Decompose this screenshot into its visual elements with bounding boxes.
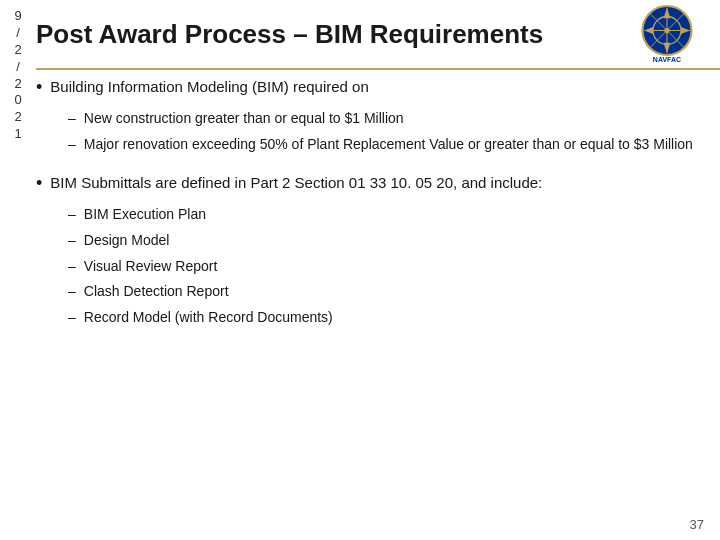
sub-bullet-2-3: – Visual Review Report [68, 256, 710, 278]
svg-text:NAVFAC: NAVFAC [653, 56, 681, 63]
bullet-1-dot: • [36, 74, 42, 102]
bullet-2-dot: • [36, 170, 42, 198]
bullet-2-header: • BIM Submittals are defined in Part 2 S… [36, 171, 710, 198]
sub-bullet-1-2: – Major renovation exceeding 50% of Plan… [68, 134, 710, 156]
bullet-1-text: Building Information Modeling (BIM) requ… [50, 75, 369, 98]
sub-dash-1-2: – [68, 134, 76, 156]
slide-title: Post Award Process – BIM Requirements [36, 19, 622, 50]
bullet-2-text: BIM Submittals are defined in Part 2 Sec… [50, 171, 542, 194]
page-number: 37 [690, 517, 704, 532]
sub-text-2-1: BIM Execution Plan [84, 204, 206, 226]
sub-text-1-1: New construction greater than or equal t… [84, 108, 404, 130]
sub-text-2-3: Visual Review Report [84, 256, 218, 278]
slide-header: Post Award Process – BIM Requirements [36, 0, 720, 70]
slide-number: 9 / 2 / 2 0 2 1 [0, 0, 36, 540]
sub-bullet-2-1: – BIM Execution Plan [68, 204, 710, 226]
bullet-1-header: • Building Information Modeling (BIM) re… [36, 75, 710, 102]
slide-content: • Building Information Modeling (BIM) re… [36, 75, 710, 510]
navfac-logo: NAVFAC [622, 2, 712, 67]
sub-dash-1-1: – [68, 108, 76, 130]
sub-bullet-1-1: – New construction greater than or equal… [68, 108, 710, 130]
sub-text-2-5: Record Model (with Record Documents) [84, 307, 333, 329]
svg-point-11 [664, 28, 669, 33]
sub-dash-2-3: – [68, 256, 76, 278]
sub-bullet-2-5: – Record Model (with Record Documents) [68, 307, 710, 329]
slide-container: 9 / 2 / 2 0 2 1 Post Award Process – BIM… [0, 0, 720, 540]
sub-dash-2-5: – [68, 307, 76, 329]
bullet-1-sub-list: – New construction greater than or equal… [68, 108, 710, 155]
bullet-section-1: • Building Information Modeling (BIM) re… [36, 75, 710, 155]
sub-text-2-2: Design Model [84, 230, 170, 252]
bullet-section-2: • BIM Submittals are defined in Part 2 S… [36, 171, 710, 328]
sub-bullet-2-4: – Clash Detection Report [68, 281, 710, 303]
sub-dash-2-2: – [68, 230, 76, 252]
sub-bullet-2-2: – Design Model [68, 230, 710, 252]
bullet-2-sub-list: – BIM Execution Plan – Design Model – Vi… [68, 204, 710, 328]
navfac-logo-svg: NAVFAC [632, 4, 702, 64]
sub-dash-2-1: – [68, 204, 76, 226]
sub-text-2-4: Clash Detection Report [84, 281, 229, 303]
sub-dash-2-4: – [68, 281, 76, 303]
sub-text-1-2: Major renovation exceeding 50% of Plant … [84, 134, 693, 156]
